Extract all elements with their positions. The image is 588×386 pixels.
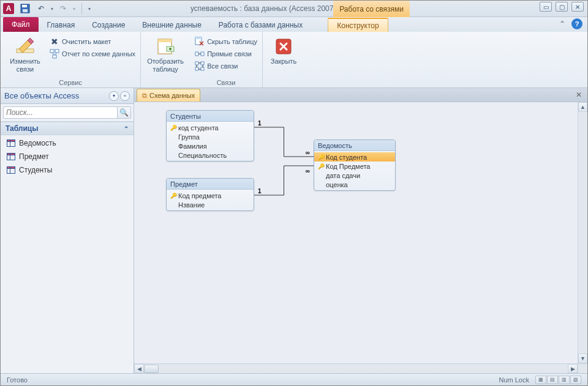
nav-item-table[interactable]: Ведомость xyxy=(1,136,134,150)
save-icon[interactable] xyxy=(19,2,31,15)
maximize-button[interactable]: ▢ xyxy=(556,2,568,12)
view-buttons: ▦ ▤ ▥ ▧ xyxy=(535,376,581,384)
view-button-3[interactable]: ▥ xyxy=(559,376,570,384)
schema-field[interactable]: Нзвание xyxy=(167,200,254,209)
scroll-down-button[interactable]: ▼ xyxy=(578,354,587,363)
undo-icon[interactable]: ↶ xyxy=(35,2,47,15)
table-icon xyxy=(7,139,15,147)
schema-field[interactable]: Фамилия xyxy=(167,141,254,150)
ribbon-group-close: Закрыть xyxy=(263,32,304,87)
schema-field[interactable]: Код предмета xyxy=(167,191,254,200)
search-input[interactable] xyxy=(3,106,118,119)
nav-item-table[interactable]: Предмет xyxy=(1,150,134,163)
close-button[interactable]: ✕ xyxy=(571,2,584,12)
schema-field[interactable]: оценка xyxy=(314,180,395,189)
scroll-right-button[interactable]: ▶ xyxy=(568,364,578,373)
edit-relationships-button[interactable]: Изменить связи xyxy=(6,34,45,73)
svg-rect-8 xyxy=(158,39,172,42)
relationship-report-icon xyxy=(50,49,59,59)
schema-table-title[interactable]: Студенты xyxy=(167,111,254,122)
canvas-wrapper: 1∞1∞ Студентыкод студентаГруппаФамилияСп… xyxy=(134,102,587,373)
svg-text:∞: ∞ xyxy=(306,149,310,156)
vertical-scrollbar[interactable]: ▲ ▼ xyxy=(578,102,587,363)
tab-design[interactable]: Конструктор xyxy=(328,18,388,32)
scroll-up-button[interactable]: ▲ xyxy=(578,102,587,112)
nav-category-label: Таблицы xyxy=(6,124,38,133)
schema-table-title[interactable]: Предмет xyxy=(167,179,254,190)
schema-table-title[interactable]: Ведомость xyxy=(314,140,395,151)
nav-collapse-icon[interactable]: « xyxy=(120,91,130,101)
numlock-indicator: Num Lock xyxy=(499,376,529,384)
nav-item-table[interactable]: Студенты xyxy=(1,163,134,177)
redo-icon[interactable]: ↷ xyxy=(57,2,69,15)
hide-table-button[interactable]: Скрыть таблицу xyxy=(195,37,257,46)
tab-create[interactable]: Создание xyxy=(83,18,134,32)
tab-database-tools[interactable]: Работа с базами данных xyxy=(210,18,311,32)
view-button-2[interactable]: ▤ xyxy=(547,376,558,384)
ribbon-group-showtable-label xyxy=(146,85,185,87)
title-bar: A ↶ ▾ ↷ ▾ ▾ успеваемость : база данных (… xyxy=(1,1,587,17)
quick-access-toolbar: ↶ ▾ ↷ ▾ ▾ xyxy=(19,2,91,15)
svg-rect-5 xyxy=(55,50,59,53)
schema-field[interactable]: дата сдачи xyxy=(314,171,395,180)
schema-field[interactable]: Специальность xyxy=(167,150,254,160)
all-relationships-icon xyxy=(195,61,205,71)
schema-field[interactable]: Группа xyxy=(167,132,254,141)
schema-field[interactable]: код студента xyxy=(167,123,254,132)
schema-table-box[interactable]: ПредметКод предметаНзвание xyxy=(166,178,254,211)
tab-external-data[interactable]: Внешние данные xyxy=(134,18,210,32)
minimize-button[interactable]: ▭ xyxy=(540,2,552,12)
all-relationships-label: Все связи xyxy=(207,62,238,70)
schema-table-box[interactable]: Студентыкод студентаГруппаФамилияСпециал… xyxy=(166,110,254,161)
nav-header-label: Все объекты Access xyxy=(4,91,79,100)
svg-rect-15 xyxy=(201,62,204,65)
nav-header[interactable]: Все объекты Access ▾ « xyxy=(1,88,134,104)
ribbon-group-relationships: Скрыть таблицу Прямые связи Все связи Св… xyxy=(190,32,263,87)
tab-file[interactable]: Файл xyxy=(3,17,39,32)
ribbon-group-tools: Изменить связи ✖ Очистить макет Отчет по… xyxy=(1,32,141,87)
ribbon-tabs: Файл Главная Создание Внешние данные Раб… xyxy=(1,17,587,32)
redo-dropdown[interactable]: ▾ xyxy=(73,6,75,12)
svg-rect-12 xyxy=(195,52,198,56)
hide-table-label: Скрыть таблицу xyxy=(207,38,257,45)
direct-relationships-label: Прямые связи xyxy=(207,50,252,58)
relationship-canvas[interactable]: 1∞1∞ Студентыкод студентаГруппаФамилияСп… xyxy=(134,102,578,363)
scroll-left-button[interactable]: ◀ xyxy=(134,364,144,373)
contextual-tab-title: Работа со связями xyxy=(333,1,410,17)
schema-field[interactable]: Код Предмета xyxy=(314,161,395,171)
status-text: Готово xyxy=(7,376,28,384)
minimize-ribbon-icon[interactable]: ⌃ xyxy=(557,18,568,29)
scroll-corner xyxy=(578,363,587,373)
view-button-1[interactable]: ▦ xyxy=(535,376,546,384)
schema-table-box[interactable]: ВедомостьКод студентаКод Предметадата сд… xyxy=(314,139,396,191)
nav-category-tables[interactable]: Таблицы ⌃ xyxy=(1,122,134,135)
all-relationships-button[interactable]: Все связи xyxy=(195,61,257,71)
tab-home[interactable]: Главная xyxy=(39,18,84,32)
scroll-thumb[interactable] xyxy=(144,365,159,373)
close-design-button[interactable]: Закрыть xyxy=(268,34,300,65)
schema-field[interactable]: Код студента xyxy=(314,152,395,161)
view-button-4[interactable]: ▧ xyxy=(570,376,581,384)
document-close-button[interactable]: ✕ xyxy=(574,90,584,100)
search-button[interactable]: 🔍 xyxy=(118,106,131,119)
svg-rect-16 xyxy=(195,67,198,70)
qat-customize[interactable]: ▾ xyxy=(88,6,91,12)
direct-relationships-button[interactable]: Прямые связи xyxy=(195,49,257,59)
svg-text:1: 1 xyxy=(258,120,262,127)
nav-dropdown-icon[interactable]: ▾ xyxy=(109,91,119,101)
main-area: ⧉ Схема данных ✕ 1∞1∞ Студентыкод студен… xyxy=(134,88,587,373)
edit-relationships-label: Изменить связи xyxy=(6,58,45,73)
show-table-button[interactable]: Отобразить таблицу xyxy=(146,34,185,73)
ribbon-group-close-label xyxy=(268,85,300,87)
clear-layout-icon: ✖ xyxy=(50,37,59,46)
ribbon-group-relationships-label: Связи xyxy=(195,78,257,87)
horizontal-scrollbar[interactable]: ◀ ▶ xyxy=(134,363,578,373)
document-tab-relationships[interactable]: ⧉ Схема данных xyxy=(137,89,200,102)
clear-layout-button[interactable]: ✖ Очистить макет xyxy=(50,37,135,46)
undo-dropdown[interactable]: ▾ xyxy=(51,6,53,12)
svg-rect-2 xyxy=(23,9,28,12)
relationship-report-button[interactable]: Отчет по схеме данных xyxy=(50,49,135,59)
help-icon[interactable]: ? xyxy=(571,18,582,29)
nav-item-label: Студенты xyxy=(19,166,52,174)
ribbon-group-tools-label: Сервис xyxy=(6,78,135,87)
